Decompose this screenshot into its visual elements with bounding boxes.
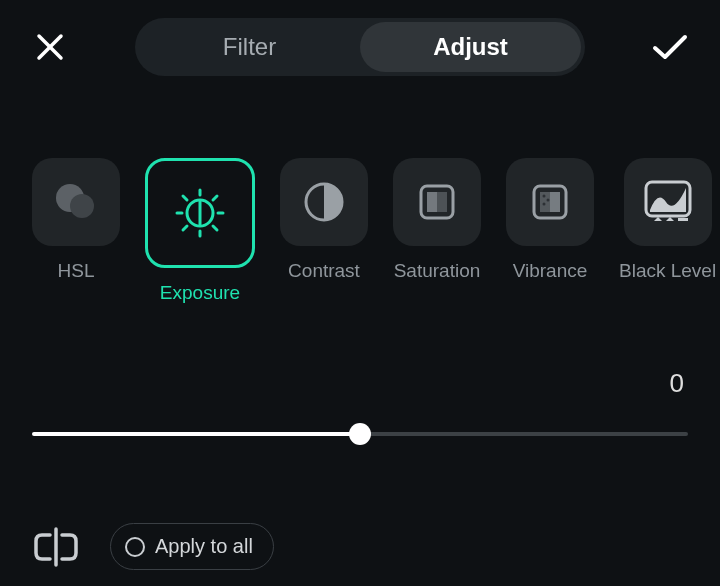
tool-contrast[interactable]: Contrast: [280, 158, 368, 282]
svg-rect-27: [678, 218, 688, 221]
svg-point-21: [543, 195, 546, 198]
svg-rect-16: [427, 192, 437, 212]
close-icon: [35, 32, 65, 62]
svg-marker-25: [654, 217, 662, 221]
tool-saturation[interactable]: Saturation: [393, 158, 481, 282]
tool-vibrance-box: [506, 158, 594, 246]
svg-line-13: [183, 226, 187, 230]
tab-adjust[interactable]: Adjust: [360, 22, 581, 72]
svg-line-11: [213, 226, 217, 230]
contrast-icon: [302, 180, 346, 224]
svg-rect-17: [437, 192, 447, 212]
hsl-icon: [50, 176, 102, 228]
checkmark-icon: [651, 32, 689, 62]
adjust-tools-row: HSL Exposure Contrast: [0, 158, 720, 304]
slider-value: 0: [32, 368, 688, 399]
vibrance-icon: [528, 180, 572, 224]
tab-filter[interactable]: Filter: [139, 22, 360, 72]
svg-rect-20: [550, 192, 560, 212]
tool-contrast-box: [280, 158, 368, 246]
svg-point-23: [543, 203, 546, 206]
tool-saturation-label: Saturation: [394, 260, 481, 282]
svg-point-22: [547, 199, 550, 202]
apply-to-all-button[interactable]: Apply to all: [110, 523, 274, 570]
tool-saturation-box: [393, 158, 481, 246]
tool-exposure-label: Exposure: [160, 282, 240, 304]
circle-icon: [125, 537, 145, 557]
tool-black-level[interactable]: Black Level: [619, 158, 716, 282]
apply-to-all-label: Apply to all: [155, 535, 253, 558]
tool-black-level-label: Black Level: [619, 260, 716, 282]
exposure-icon: [171, 184, 229, 242]
tool-black-level-box: [624, 158, 712, 246]
slider-thumb[interactable]: [349, 423, 371, 445]
tool-hsl-box: [32, 158, 120, 246]
tool-vibrance-label: Vibrance: [513, 260, 588, 282]
tool-contrast-label: Contrast: [288, 260, 360, 282]
exposure-slider[interactable]: [32, 423, 688, 445]
svg-line-12: [213, 196, 217, 200]
svg-point-3: [70, 194, 94, 218]
black-level-icon: [642, 180, 694, 224]
tool-hsl-label: HSL: [58, 260, 95, 282]
tool-exposure[interactable]: Exposure: [145, 158, 255, 304]
slider-track-empty: [360, 432, 688, 436]
slider-area: 0: [0, 368, 720, 445]
close-button[interactable]: [28, 25, 72, 69]
compare-icon: [32, 527, 80, 567]
svg-marker-26: [666, 217, 674, 221]
compare-button[interactable]: [32, 526, 80, 568]
svg-line-10: [183, 196, 187, 200]
tab-group: Filter Adjust: [135, 18, 585, 76]
slider-track-filled: [32, 432, 360, 436]
saturation-icon: [415, 180, 459, 224]
confirm-button[interactable]: [648, 25, 692, 69]
tool-vibrance[interactable]: Vibrance: [506, 158, 594, 282]
tool-exposure-box: [145, 158, 255, 268]
tool-hsl[interactable]: HSL: [32, 158, 120, 282]
